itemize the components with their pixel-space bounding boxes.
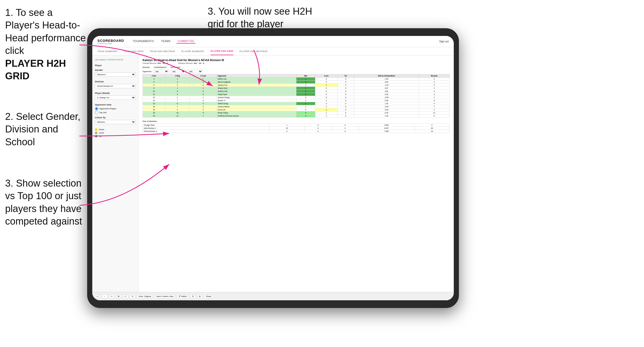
cell-reg: 2 bbox=[165, 108, 190, 111]
toolbar-share-btn[interactable]: Share bbox=[204, 294, 213, 298]
table-row: 9 1 4 Sharon Mun 1 0 0 3.67 3 bbox=[143, 87, 450, 90]
out-cell-diff: 7.400 bbox=[359, 130, 414, 133]
opponents-filter-row: Opponents: (All) (All) (All) bbox=[143, 70, 450, 73]
cell-tie: 0 bbox=[337, 114, 354, 118]
logo-area: SCOREBOARD Powered by clippd bbox=[97, 39, 124, 44]
subnav-team-summary[interactable]: TEAM SUMMARY bbox=[97, 47, 118, 55]
nav-sign-out[interactable]: Sign out bbox=[439, 40, 449, 43]
cell-opponent: Federica Domecq Lacroze bbox=[217, 114, 296, 118]
nav-tournaments[interactable]: TOURNAMENTS bbox=[132, 39, 155, 44]
cell-conf: 3 bbox=[190, 84, 217, 87]
division-select[interactable]: NCAA Division III bbox=[95, 84, 136, 88]
instruction-1: 1. To see a Player's Head-to-Head perfor… bbox=[5, 6, 87, 82]
cell-diff: 3.67 bbox=[354, 87, 419, 90]
cell-win: 2 bbox=[296, 114, 315, 118]
logo-sub: Powered by clippd bbox=[97, 43, 124, 44]
radio-top-100[interactable]: Top 100 bbox=[95, 111, 136, 114]
cell-win: 1 bbox=[296, 93, 315, 96]
toolbar-save-custom-view[interactable]: Save Custom View bbox=[154, 294, 175, 298]
out-cell-rounds: 10 bbox=[414, 130, 449, 133]
cell-conf: 4 bbox=[190, 99, 217, 102]
radio-opponents-played[interactable]: Opponents Played bbox=[95, 107, 136, 110]
subnav: TEAM SUMMARY TEAM H2H GRID TEAM H2H HEAT… bbox=[92, 47, 454, 55]
subnav-player-h2h-grid[interactable]: PLAYER H2H GRID bbox=[210, 47, 233, 55]
out-cell-win: 5 bbox=[269, 130, 304, 133]
cell-reg: 8 bbox=[165, 102, 190, 105]
cell-rounds: 6 bbox=[419, 114, 450, 118]
toolbar-watch[interactable]: 👁 Watch bbox=[177, 294, 189, 298]
cell-rounds: 2 bbox=[419, 96, 450, 99]
toolbar-circle[interactable]: ⊙ bbox=[130, 294, 135, 298]
out-cell-rounds: 2 bbox=[414, 124, 449, 127]
toolbar-share-icon[interactable]: ⊗ bbox=[197, 294, 203, 298]
toolbar-grid[interactable]: ⊞ bbox=[116, 294, 121, 298]
cell-diff: -0.94 bbox=[354, 105, 419, 108]
nav-teams[interactable]: TEAMS bbox=[160, 39, 172, 44]
cell-div: 14 bbox=[143, 99, 165, 102]
filter-row: Region Conference Opponent bbox=[143, 66, 450, 68]
opponents-select[interactable]: (All) bbox=[153, 70, 169, 73]
subnav-team-h2h-grid[interactable]: TEAM H2H GRID bbox=[124, 47, 144, 55]
cell-reg: 6 bbox=[165, 90, 190, 93]
cell-loss: 1 bbox=[315, 108, 337, 111]
cell-tie: 0 bbox=[337, 105, 354, 108]
col-div: # Div bbox=[143, 74, 165, 78]
table-row: 14 7 4 Eunice Yi 2 2 0 0.38 9 bbox=[143, 99, 450, 102]
cell-rounds: 2 bbox=[419, 108, 450, 111]
cell-loss: 0 bbox=[315, 90, 337, 93]
legend-level: Level bbox=[95, 132, 136, 134]
toolbar-undo[interactable]: ↩ bbox=[95, 294, 100, 298]
cell-loss: 1 bbox=[315, 111, 337, 114]
col-reg: # Reg bbox=[165, 74, 190, 78]
cell-rounds: 3 bbox=[419, 81, 450, 84]
opponent-view-radios: Opponents Played Top 100 bbox=[95, 107, 136, 114]
conference-label: Conference bbox=[154, 66, 166, 68]
cell-tie: 0 bbox=[337, 84, 354, 87]
cell-loss: 0 bbox=[315, 96, 337, 99]
out-cell-loss: 0 bbox=[305, 130, 332, 133]
cell-loss: 0 bbox=[315, 87, 337, 90]
cell-loss: 0 bbox=[315, 102, 337, 105]
cell-win: 1 bbox=[296, 87, 315, 90]
opponent-select[interactable]: (All) bbox=[187, 70, 203, 73]
toolbar-view-original[interactable]: View: Original bbox=[137, 294, 153, 298]
cell-div: 13 bbox=[143, 96, 165, 99]
grid-subtitle: Overall Record: 353 - 34 - 6 Division Re… bbox=[143, 62, 450, 64]
nav-committee[interactable]: COMMITTEE bbox=[177, 39, 195, 44]
cell-reg: 1 bbox=[165, 87, 190, 90]
col-loss: Loss bbox=[315, 74, 337, 78]
sidebar-player-label: Player bbox=[95, 64, 136, 67]
cell-opponent: Jessica Mason bbox=[217, 105, 296, 108]
opponent-label: Opponent bbox=[170, 66, 180, 68]
cell-win: 1 bbox=[296, 81, 315, 84]
out-division-row: NCAA Division 2 5 0 0 7.400 10 bbox=[143, 130, 450, 133]
toolbar-enter[interactable]: ↵ bbox=[123, 294, 128, 298]
cell-conf: 5 bbox=[190, 93, 217, 96]
table-row: 3 1 1 Esther Lee 1 0 0 1.50 4 bbox=[143, 78, 450, 81]
colour-legend: Down Level Up bbox=[95, 128, 136, 138]
table-row: 6 3 3 Sydney Kuo 0 1 0 -1.00 3 bbox=[143, 84, 450, 87]
toolbar-redo[interactable]: ↪ bbox=[109, 294, 114, 298]
col-win: Win bbox=[296, 74, 315, 78]
table-row: 18 2 2 Euna Lee 0 1 0 -5.00 2 bbox=[143, 108, 450, 111]
subnav-player-summary[interactable]: PLAYER SUMMARY bbox=[181, 47, 204, 55]
cell-reg: 11 bbox=[165, 114, 190, 118]
out-division-label: Out of division bbox=[143, 120, 450, 122]
toolbar-export[interactable]: ⊡ bbox=[190, 294, 196, 298]
conference-select[interactable]: (All) bbox=[170, 70, 186, 73]
cell-opponent: Sharon Mun bbox=[217, 87, 296, 90]
subnav-player-h2h-heatmap[interactable]: PLAYER H2H HEATMAP bbox=[239, 47, 268, 55]
cell-reg: 1 bbox=[165, 78, 190, 81]
colour-by-select[interactable]: Win/loss bbox=[95, 120, 136, 124]
cell-conf: 2 bbox=[190, 81, 217, 84]
toolbar-back[interactable]: ← bbox=[102, 294, 107, 298]
cell-diff: 0.38 bbox=[354, 99, 419, 102]
table-row: 15 8 5 Stella Cheng 1 0 0 1.25 4 bbox=[143, 102, 450, 105]
cell-diff: 1.50 bbox=[354, 78, 419, 81]
gender-select[interactable]: Women's bbox=[95, 72, 136, 77]
player-rank-select[interactable]: 8. Katelyn Vo bbox=[95, 95, 136, 100]
col-rounds: Rounds bbox=[419, 74, 450, 78]
overall-record: Overall Record: 353 - 34 - 6 bbox=[143, 62, 168, 64]
cell-conf: 2 bbox=[190, 108, 217, 111]
subnav-team-h2h-heatmap[interactable]: TEAM H2H HEATMAP bbox=[150, 47, 175, 55]
